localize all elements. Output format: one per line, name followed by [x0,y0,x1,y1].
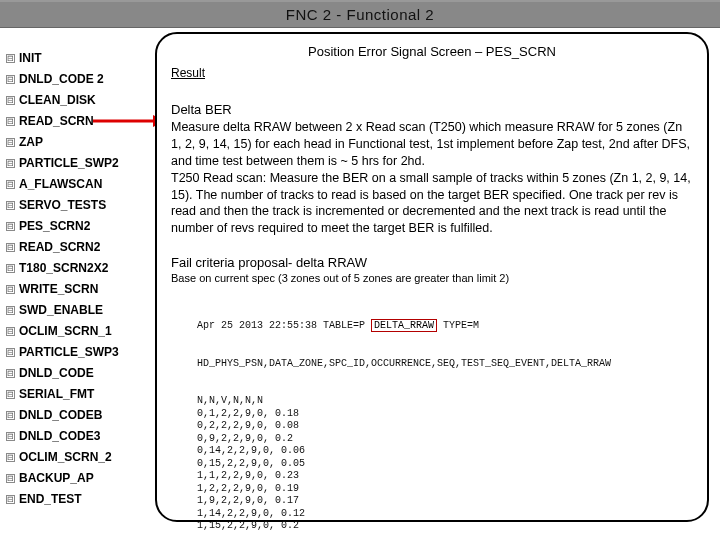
sidebar-item-label: READ_SCRN2 [19,237,100,258]
sidebar-item-label: END_TEST [19,489,82,510]
log-hdr-post: TYPE=M [437,320,479,331]
body-heading: Delta BER [171,102,693,117]
collapse-icon[interactable]: ⊟ [6,159,15,168]
collapse-icon[interactable]: ⊟ [6,285,15,294]
log-hdr-highlight: DELTA_RRAW [371,319,437,332]
panel-title: Position Error Signal Screen – PES_SCRN [171,44,693,59]
page-title: FNC 2 - Functional 2 [286,6,434,23]
log-row: 0,9,2,2,9,0, 0.2 [197,433,627,446]
result-label: Result [171,66,205,80]
collapse-icon[interactable]: ⊟ [6,180,15,189]
collapse-icon[interactable]: ⊟ [6,306,15,315]
sidebar-item[interactable]: ⊟SERVO_TESTS [6,195,156,216]
log-columns: HD_PHYS_PSN,DATA_ZONE,SPC_ID,OCCURRENCE,… [197,358,627,371]
sidebar-item-label: DNLD_CODE3 [19,426,100,447]
log-row: 0,2,2,2,9,0, 0.08 [197,420,627,433]
sidebar-item[interactable]: ⊟PARTICLE_SWP2 [6,153,156,174]
sidebar-item[interactable]: ⊟T180_SCRN2X2 [6,258,156,279]
sidebar-item-label: PARTICLE_SWP2 [19,153,119,174]
sidebar-item[interactable]: ⊟BACKUP_AP [6,468,156,489]
log-row: 0,1,2,2,9,0, 0.18 [197,408,627,421]
main-panel: Position Error Signal Screen – PES_SCRN … [155,32,709,522]
collapse-icon[interactable]: ⊟ [6,453,15,462]
sidebar-item[interactable]: ⊟READ_SCRN2 [6,237,156,258]
sidebar-item-label: DNLD_CODE 2 [19,69,104,90]
sidebar-item-label: PARTICLE_SWP3 [19,342,119,363]
sidebar-item[interactable]: ⊟OCLIM_SCRN_2 [6,447,156,468]
sidebar-item[interactable]: ⊟DNLD_CODE3 [6,426,156,447]
collapse-icon[interactable]: ⊟ [6,390,15,399]
sidebar-item[interactable]: ⊟A_FLAWSCAN [6,174,156,195]
sidebar-item-label: WRITE_SCRN [19,279,98,300]
collapse-icon[interactable]: ⊟ [6,369,15,378]
sidebar-item[interactable]: ⊟END_TEST [6,489,156,510]
sidebar-item[interactable]: ⊟WRITE_SCRN [6,279,156,300]
log-row: 1,1,2,2,9,0, 0.23 [197,470,627,483]
sidebar-item[interactable]: ⊟DNLD_CODE [6,363,156,384]
sidebar-item[interactable]: ⊟PARTICLE_SWP3 [6,342,156,363]
collapse-icon[interactable]: ⊟ [6,201,15,210]
collapse-icon[interactable]: ⊟ [6,432,15,441]
sidebar-item-label: PES_SCRN2 [19,216,90,237]
sidebar-item-label: A_FLAWSCAN [19,174,102,195]
sidebar-tree: ⊟INIT⊟DNLD_CODE 2⊟CLEAN_DISK⊟READ_SCRN⊟Z… [6,48,156,510]
sidebar-item-label: DNLD_CODE [19,363,94,384]
sidebar-item-label: SERVO_TESTS [19,195,106,216]
sidebar-item[interactable]: ⊟DNLD_CODEB [6,405,156,426]
collapse-icon[interactable]: ⊟ [6,327,15,336]
sidebar-item[interactable]: ⊟READ_SCRN [6,111,156,132]
sidebar-item[interactable]: ⊟PES_SCRN2 [6,216,156,237]
collapse-icon[interactable]: ⊟ [6,495,15,504]
sidebar-item[interactable]: ⊟CLEAN_DISK [6,90,156,111]
sidebar-item-label: DNLD_CODEB [19,405,102,426]
collapse-icon[interactable]: ⊟ [6,222,15,231]
collapse-icon[interactable]: ⊟ [6,348,15,357]
collapse-icon[interactable]: ⊟ [6,264,15,273]
log-row: 0,15,2,2,9,0, 0.05 [197,458,627,471]
log-hdr-pre: Apr 25 2013 22:55:38 TABLE=P [197,320,365,331]
sidebar-item[interactable]: ⊟SWD_ENABLE [6,300,156,321]
sidebar-item[interactable]: ⊟SERIAL_FMT [6,384,156,405]
sidebar-item-label: SERIAL_FMT [19,384,94,405]
fail-sub: Base on current spec (3 zones out of 5 z… [171,272,693,284]
collapse-icon[interactable]: ⊟ [6,75,15,84]
log-row: 1,9,2,2,9,0, 0.17 [197,495,627,508]
sidebar-item[interactable]: ⊟ZAP [6,132,156,153]
log-row: N,N,V,N,N,N [197,395,627,408]
sidebar-item-label: SWD_ENABLE [19,300,103,321]
log-row: 1,2,2,2,9,0, 0.19 [197,483,627,496]
collapse-icon[interactable]: ⊟ [6,243,15,252]
collapse-icon[interactable]: ⊟ [6,411,15,420]
body-text: Measure delta RRAW between 2 x Read scan… [171,119,693,237]
sidebar-item[interactable]: ⊟INIT [6,48,156,69]
sidebar-item[interactable]: ⊟DNLD_CODE 2 [6,69,156,90]
sidebar-item-label: OCLIM_SCRN_2 [19,447,112,468]
log-row: 1,15,2,2,9,0, 0.2 [197,520,627,533]
sidebar-item-label: OCLIM_SCRN_1 [19,321,112,342]
sidebar-item-label: READ_SCRN [19,111,94,132]
sidebar-item-label: T180_SCRN2X2 [19,258,108,279]
log-row: 0,14,2,2,9,0, 0.06 [197,445,627,458]
log-row: 1,14,2,2,9,0, 0.12 [197,508,627,521]
collapse-icon[interactable]: ⊟ [6,54,15,63]
log-output: Apr 25 2013 22:55:38 TABLE=P DELTA_RRAW … [197,294,627,540]
collapse-icon[interactable]: ⊟ [6,138,15,147]
sidebar-item[interactable]: ⊟OCLIM_SCRN_1 [6,321,156,342]
sidebar-item-label: BACKUP_AP [19,468,94,489]
sidebar-item-label: ZAP [19,132,43,153]
collapse-icon[interactable]: ⊟ [6,117,15,126]
collapse-icon[interactable]: ⊟ [6,474,15,483]
sidebar-item-label: CLEAN_DISK [19,90,96,111]
fail-heading: Fail criteria proposal- delta RRAW [171,255,693,270]
collapse-icon[interactable]: ⊟ [6,96,15,105]
sidebar-item-label: INIT [19,48,42,69]
